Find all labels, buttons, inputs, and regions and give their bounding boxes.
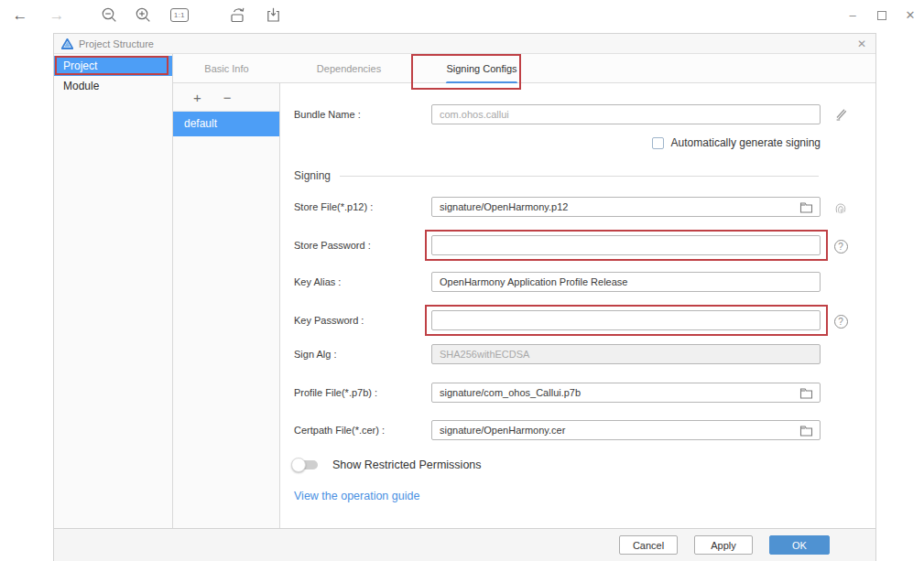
signing-form: Bundle Name : Automatically generate sig… xyxy=(280,83,875,528)
maximize-icon[interactable] xyxy=(870,0,894,30)
sign-alg-input xyxy=(431,344,821,364)
deveco-logo-icon xyxy=(61,38,73,49)
ok-button[interactable]: OK xyxy=(769,535,830,555)
restricted-permissions-label: Show Restricted Permissions xyxy=(332,459,482,471)
dialog-main: Basic Info Dependencies Signing Configs … xyxy=(173,54,875,528)
export-icon[interactable] xyxy=(265,0,282,30)
dialog-body: Project Module Basic Info Dependencies S… xyxy=(54,54,875,528)
cancel-button[interactable]: Cancel xyxy=(619,535,678,555)
dialog-title: Project Structure xyxy=(79,38,154,49)
auto-signing-checkbox[interactable] xyxy=(652,137,664,149)
bundle-name-input xyxy=(431,104,821,124)
zoom-in-icon[interactable] xyxy=(135,0,152,30)
top-toolbar: ← → 1:1 – ✕ xyxy=(0,0,924,30)
auto-signing-row: Automatically generate signing xyxy=(431,136,821,149)
toggle-knob xyxy=(291,458,306,472)
tab-basic-info[interactable]: Basic Info xyxy=(173,54,280,83)
add-config-button[interactable]: + xyxy=(193,91,201,104)
key-password-help-icon[interactable]: ? xyxy=(832,313,849,329)
app-window: ← → 1:1 – ✕ Project Structure ✕ xyxy=(0,0,924,561)
bundle-name-label: Bundle Name : xyxy=(294,109,361,120)
edit-icon[interactable] xyxy=(832,106,849,123)
store-password-label: Store Password : xyxy=(294,240,371,251)
restricted-permissions-row: Show Restricted Permissions xyxy=(294,457,482,473)
signing-section-title: Signing xyxy=(294,169,331,182)
store-file-folder-icon[interactable] xyxy=(797,200,815,214)
tab-signing-configs[interactable]: Signing Configs xyxy=(418,54,546,83)
bundle-name-row: Bundle Name : xyxy=(280,104,875,124)
config-list-toolbar: + − xyxy=(173,83,279,112)
key-password-input[interactable] xyxy=(431,310,821,330)
sidebar-item-project[interactable]: Project xyxy=(54,56,172,76)
back-icon[interactable]: ← xyxy=(9,0,31,30)
key-alias-label: Key Alias : xyxy=(294,276,341,287)
sign-alg-row: Sign Alg : xyxy=(280,344,875,364)
dialog-sidebar: Project Module xyxy=(54,54,173,528)
signing-config-list-panel: + − default xyxy=(173,83,280,528)
dialog-close-icon[interactable]: ✕ xyxy=(857,34,866,54)
store-file-input[interactable] xyxy=(431,197,821,217)
store-password-help-icon[interactable]: ? xyxy=(832,238,849,254)
certpath-file-row: Certpath File(*.cer) : xyxy=(280,420,875,440)
profile-file-folder-icon[interactable] xyxy=(797,385,815,400)
fingerprint-icon[interactable] xyxy=(832,200,849,216)
config-item-default[interactable]: default xyxy=(173,112,279,136)
store-file-row: Store File(*.p12) : xyxy=(280,197,875,217)
operation-guide-link[interactable]: View the operation guide xyxy=(294,490,419,502)
tab-content: + − default Bundle Name : xyxy=(173,83,875,528)
dialog-footer: Cancel Apply OK xyxy=(54,528,875,561)
key-alias-row: Key Alias : xyxy=(280,272,875,292)
close-icon[interactable]: ✕ xyxy=(898,0,922,30)
store-password-input[interactable] xyxy=(431,235,821,255)
profile-file-input[interactable] xyxy=(431,383,821,403)
minimize-icon[interactable]: – xyxy=(841,0,864,30)
key-password-label: Key Password : xyxy=(294,315,364,326)
certpath-file-label: Certpath File(*.cer) : xyxy=(294,425,385,436)
key-alias-input[interactable] xyxy=(431,272,821,292)
remove-config-button[interactable]: − xyxy=(223,91,232,104)
auto-signing-label: Automatically generate signing xyxy=(671,136,821,149)
restricted-permissions-toggle[interactable] xyxy=(294,460,318,469)
certpath-file-folder-icon[interactable] xyxy=(797,423,815,437)
key-password-row: Key Password : ? xyxy=(280,310,875,330)
tab-dependencies[interactable]: Dependencies xyxy=(280,54,418,83)
store-password-row: Store Password : ? xyxy=(280,235,875,255)
certpath-file-input[interactable] xyxy=(431,420,821,440)
dialog-titlebar: Project Structure ✕ xyxy=(54,34,875,54)
sign-alg-label: Sign Alg : xyxy=(294,349,336,360)
tab-bar: Basic Info Dependencies Signing Configs xyxy=(173,54,875,83)
project-structure-dialog: Project Structure ✕ Project Module Basic… xyxy=(53,33,876,561)
profile-file-row: Profile File(*.p7b) : xyxy=(280,383,875,403)
actual-size-icon[interactable]: 1:1 xyxy=(170,8,189,22)
apply-button[interactable]: Apply xyxy=(694,535,753,555)
section-divider xyxy=(340,176,819,177)
forward-icon: → xyxy=(46,0,68,30)
zoom-out-icon[interactable] xyxy=(101,0,118,30)
profile-file-label: Profile File(*.p7b) : xyxy=(294,387,377,398)
rotate-icon[interactable] xyxy=(229,0,247,30)
sidebar-item-module[interactable]: Module xyxy=(54,76,172,96)
store-file-label: Store File(*.p12) : xyxy=(294,201,373,212)
signing-section-header: Signing xyxy=(294,169,819,182)
